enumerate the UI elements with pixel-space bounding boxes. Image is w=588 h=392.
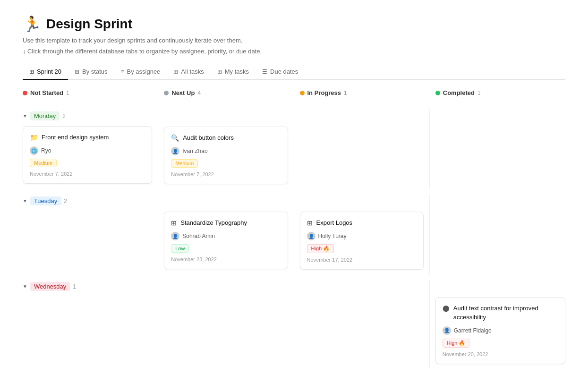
card-title-row-2: 🔍 Audit button colors xyxy=(171,134,281,142)
card-title-text-5: Audit text contrast for improved accessi… xyxy=(453,304,558,321)
tuesday-group-col4 xyxy=(430,195,565,274)
board: Not Started 1 Next Up 4 In Progress 1 Co… xyxy=(23,89,565,369)
assignee-name-2: Ivan Zhao xyxy=(182,148,207,154)
priority-badge-medium-2: Medium xyxy=(171,159,198,168)
col-header-in-progress: In Progress 1 xyxy=(294,89,430,96)
avatar-sohrab: 👤 xyxy=(171,232,179,240)
col-header-not-started: Not Started 1 xyxy=(23,89,158,96)
avatar-ivan: 👤 xyxy=(171,147,179,155)
wednesday-group-row: ▼ Wednesday 1 ⬤ Audit text contrast f xyxy=(23,280,565,368)
assignee-name-5: Garrett Fidalgo xyxy=(454,327,492,334)
card-assignee-2: 👤 Ivan Zhao xyxy=(171,147,281,155)
card-title-text: Front end design system xyxy=(42,133,109,142)
monday-spacer-col3 xyxy=(300,110,424,127)
monday-count: 2 xyxy=(62,113,66,119)
card-audit-button-colors: 🔍 Audit button colors 👤 Ivan Zhao Medium… xyxy=(164,127,288,184)
tab-sprint20-label: Sprint 20 xyxy=(37,68,61,75)
priority-badge-low: Low xyxy=(171,244,189,253)
dot-in-progress xyxy=(300,91,305,95)
card-audit-text-contrast: ⬤ Audit text contrast for improved acces… xyxy=(435,297,565,364)
wednesday-group-col1: ▼ Wednesday 1 xyxy=(23,280,158,368)
tuesday-spacer-col3 xyxy=(300,195,424,212)
card-title-text-2: Audit button colors xyxy=(183,134,234,142)
card-icon-search: 🔍 xyxy=(171,134,179,142)
tuesday-group-row: ▼ Tuesday 2 ⊞ Standardize Typography 👤 S… xyxy=(23,195,565,274)
tab-sprint20-icon: ⊞ xyxy=(29,68,34,75)
card-title-row-3: ⊞ Standardize Typography xyxy=(171,219,281,227)
tab-byassignee-icon: ≡ xyxy=(121,68,124,75)
page-subtitle: Use this template to track your design s… xyxy=(23,37,565,44)
tuesday-toggle[interactable]: ▼ xyxy=(23,198,27,204)
wednesday-group-header: ▼ Wednesday 1 xyxy=(23,282,152,291)
col-count-completed: 1 xyxy=(477,90,481,96)
tab-bystatus[interactable]: ⊞ By status xyxy=(68,64,114,80)
monday-group-col2: 🔍 Audit button colors 👤 Ivan Zhao Medium… xyxy=(158,110,294,189)
card-assignee: 🌐 Ryo xyxy=(30,146,145,155)
wednesday-group-col2 xyxy=(158,280,294,368)
monday-spacer-col4 xyxy=(435,110,565,127)
card-title-text-4: Export Logos xyxy=(316,219,353,227)
tab-alltasks[interactable]: ⊞ All tasks xyxy=(167,64,210,80)
page-title: Design Sprint xyxy=(46,17,132,32)
col-label-in-progress: In Progress xyxy=(307,89,341,96)
tab-bar: ⊞ Sprint 20 ⊞ By status ≡ By assignee ⊞ … xyxy=(23,64,565,80)
wednesday-label: Wednesday xyxy=(30,282,70,291)
monday-group-col1: ▼ Monday 2 📁 Front end design system 🌐 R… xyxy=(23,110,158,189)
card-icon-folder: 📁 xyxy=(30,134,38,141)
wednesday-spacer-col3 xyxy=(300,280,424,297)
tuesday-group-col1: ▼ Tuesday 2 xyxy=(23,195,158,274)
tab-alltasks-icon: ⊞ xyxy=(173,68,178,75)
assignee-name-4: Holly Turay xyxy=(318,233,347,239)
dot-completed xyxy=(435,91,440,95)
priority-badge-high-2: High 🔥 xyxy=(443,339,470,348)
card-date: November 7, 2022 xyxy=(30,171,145,177)
assignee-name: Ryo xyxy=(41,147,51,154)
tab-duedates[interactable]: ☰ Due dates xyxy=(256,64,305,80)
tuesday-group-col3: ⊞ Export Logos 👤 Holly Turay High 🔥 Nove… xyxy=(294,195,430,274)
col-header-next-up: Next Up 4 xyxy=(158,89,294,96)
card-title-row-4: ⊞ Export Logos xyxy=(307,219,417,227)
avatar-holly: 👤 xyxy=(307,232,315,240)
page-header: 🏃 Design Sprint xyxy=(23,15,565,33)
col-count-not-started: 1 xyxy=(66,90,69,96)
col-count-in-progress: 1 xyxy=(344,90,347,96)
tab-sprint20[interactable]: ⊞ Sprint 20 xyxy=(23,64,68,80)
col-label-completed: Completed xyxy=(443,89,475,96)
card-date-4: November 17, 2022 xyxy=(307,257,417,263)
card-icon-export: ⊞ xyxy=(307,219,313,227)
page-container: 🏃 Design Sprint Use this template to tra… xyxy=(0,0,588,384)
dot-next-up xyxy=(164,91,169,95)
card-assignee-3: 👤 Sohrab Amin xyxy=(171,232,281,240)
col-label-next-up: Next Up xyxy=(171,89,195,96)
page-hint: ↓ Click through the different database t… xyxy=(23,48,565,55)
monday-group-header: ▼ Monday 2 xyxy=(23,111,152,120)
col-count-next-up: 4 xyxy=(197,90,201,96)
tab-bystatus-label: By status xyxy=(82,68,107,75)
assignee-name-3: Sohrab Amin xyxy=(182,233,215,239)
monday-group-col3 xyxy=(294,110,430,189)
wednesday-spacer-col2 xyxy=(164,280,288,297)
col-header-completed: Completed 1 xyxy=(430,89,565,96)
tuesday-group-col2: ⊞ Standardize Typography 👤 Sohrab Amin L… xyxy=(158,195,294,274)
wednesday-count: 1 xyxy=(73,283,76,290)
column-headers: Not Started 1 Next Up 4 In Progress 1 Co… xyxy=(23,89,565,104)
tab-byassignee[interactable]: ≡ By assignee xyxy=(114,64,167,80)
tuesday-spacer-col4 xyxy=(435,195,565,212)
monday-toggle[interactable]: ▼ xyxy=(23,113,27,119)
card-title-row: 📁 Front end design system xyxy=(30,133,145,142)
monday-label: Monday xyxy=(30,111,60,120)
card-assignee-4: 👤 Holly Turay xyxy=(307,232,417,240)
card-date-3: November 28, 2022 xyxy=(171,256,281,262)
tab-mytasks-label: My tasks xyxy=(225,68,249,75)
tab-mytasks[interactable]: ⊞ My tasks xyxy=(211,64,256,80)
avatar-ryo: 🌐 xyxy=(30,146,38,155)
card-title-row-5: ⬤ Audit text contrast for improved acces… xyxy=(443,304,558,321)
card-front-end-design-system: 📁 Front end design system 🌐 Ryo Medium N… xyxy=(23,126,152,184)
tab-duedates-label: Due dates xyxy=(270,68,298,75)
tab-alltasks-label: All tasks xyxy=(181,68,204,75)
wednesday-toggle[interactable]: ▼ xyxy=(23,284,27,289)
monday-spacer-col2 xyxy=(164,110,288,127)
avatar-garrett: 👤 xyxy=(443,326,451,335)
wednesday-spacer-col4 xyxy=(435,280,565,297)
card-icon-circle: ⬤ xyxy=(443,305,450,312)
